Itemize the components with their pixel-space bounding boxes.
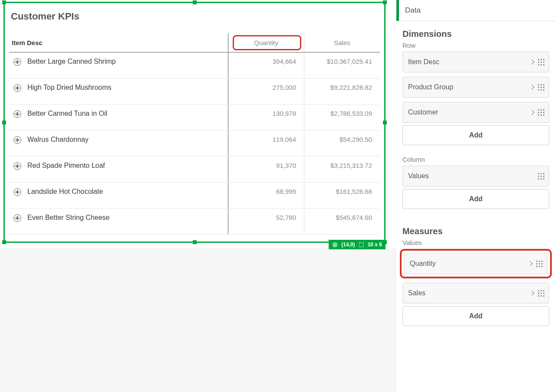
column-header-item[interactable]: Item Desc	[9, 39, 228, 46]
measure-pill-label: Sales	[408, 289, 425, 297]
quantity-cell: 91,370	[228, 157, 304, 182]
drag-handle-icon[interactable]	[538, 173, 544, 180]
tab-data[interactable]: Data	[396, 0, 428, 21]
expand-icon[interactable]	[13, 110, 21, 118]
chevron-right-icon	[529, 59, 534, 64]
table-row[interactable]: High Top Dried Mushrooms275,000$9,221,82…	[9, 78, 380, 105]
sales-cell: $2,788,533.09	[304, 105, 380, 130]
sales-cell: $3,215,313.72	[304, 157, 380, 182]
add-row-dimension-button[interactable]: Add	[402, 125, 549, 145]
resize-handle[interactable]	[2, 240, 6, 244]
table-row[interactable]: Better Canned Tuna in Oil130,978$2,788,5…	[9, 105, 380, 131]
expand-icon[interactable]	[13, 58, 21, 66]
sheet-canvas[interactable]: Customer KPIs Item Desc Quantity Sales B…	[0, 0, 396, 392]
dimension-pill[interactable]: Customer	[402, 102, 549, 123]
item-desc-cell: Better Canned Tuna in Oil	[27, 110, 107, 118]
measure-pill-quantity[interactable]: Quantity	[404, 253, 547, 274]
viz-title: Customer KPIs	[5, 3, 384, 26]
quantity-cell: 130,978	[228, 105, 304, 130]
canvas-grid	[0, 248, 396, 392]
selection-badge: (14,0) 10 x 6	[329, 240, 386, 249]
measures-heading: Measures	[396, 209, 555, 237]
svg-point-2	[335, 244, 335, 245]
sales-cell: $545,674.60	[304, 209, 380, 234]
item-desc-cell: High Top Dried Mushrooms	[27, 84, 112, 91]
expand-icon[interactable]	[13, 188, 21, 196]
add-column-dimension-button[interactable]: Add	[402, 189, 549, 209]
column-header-sales[interactable]: Sales	[304, 33, 380, 52]
expand-icon[interactable]	[13, 214, 21, 222]
table-row[interactable]: Even Better String Cheese52,780$545,674.…	[9, 209, 380, 235]
chevron-right-icon	[529, 85, 534, 89]
expand-icon[interactable]	[13, 136, 21, 144]
target-icon	[332, 242, 338, 248]
item-desc-cell: Red Spade Pimento Loaf	[27, 162, 105, 170]
pivot-table-object[interactable]: Customer KPIs Item Desc Quantity Sales B…	[3, 2, 386, 243]
selection-pos: (14,0)	[341, 242, 355, 248]
resize-handle[interactable]	[193, 0, 197, 4]
property-panel: Data Dimensions Row Item DescProduct Gro…	[396, 0, 557, 392]
dimension-pill[interactable]: Item Desc	[402, 52, 549, 72]
resize-handle[interactable]	[383, 121, 387, 124]
row-subheading: Row	[396, 40, 555, 52]
quantity-cell: 119,064	[228, 131, 304, 156]
sales-cell: $10,367,029.41	[304, 52, 380, 78]
pivot-header-row: Item Desc Quantity Sales	[9, 33, 380, 52]
sales-cell: $9,221,828.82	[304, 78, 380, 104]
chevron-right-icon	[529, 110, 534, 114]
dimension-pill[interactable]: Product Group	[402, 77, 549, 98]
item-desc-cell: Even Better String Cheese	[27, 214, 109, 222]
item-desc-cell: Better Large Canned Shrimp	[27, 58, 116, 65]
size-icon	[359, 242, 364, 248]
dimension-pill-label: Values	[408, 172, 429, 180]
chevron-right-icon	[527, 261, 532, 266]
column-header-quantity[interactable]: Quantity	[228, 33, 304, 52]
table-row[interactable]: Walrus Chardonnay119,064$54,290.50	[9, 131, 380, 157]
dimension-pill-label: Item Desc	[408, 58, 439, 66]
expand-icon[interactable]	[13, 84, 21, 92]
drag-handle-icon[interactable]	[538, 84, 544, 91]
resize-handle[interactable]	[2, 121, 6, 124]
quantity-cell: 394,664	[228, 52, 304, 78]
column-header-quantity-label: Quantity	[254, 39, 278, 46]
table-row[interactable]: Red Spade Pimento Loaf91,370$3,215,313.7…	[9, 157, 380, 183]
dimension-pill-label: Customer	[408, 108, 438, 116]
measure-pill-sales[interactable]: Sales	[402, 283, 549, 304]
expand-icon[interactable]	[13, 162, 21, 170]
dimension-pill[interactable]: Values	[402, 166, 549, 186]
item-desc-cell: Landslide Hot Chocolate	[27, 188, 103, 196]
quantity-cell: 52,780	[228, 209, 304, 234]
resize-handle[interactable]	[2, 0, 6, 4]
measure-pill-label: Quantity	[410, 260, 436, 268]
drag-handle-icon[interactable]	[538, 109, 544, 116]
table-row[interactable]: Better Large Canned Shrimp394,664$10,367…	[9, 52, 380, 78]
values-subheading: Values	[396, 237, 555, 249]
chevron-right-icon	[529, 291, 534, 295]
item-desc-cell: Walrus Chardonnay	[27, 136, 89, 144]
selection-size: 10 x 6	[368, 242, 382, 248]
dimension-pill-label: Product Group	[408, 83, 453, 91]
dimensions-heading: Dimensions	[396, 21, 555, 40]
table-row[interactable]: Landslide Hot Chocolate68,999$161,528.68	[9, 183, 380, 209]
highlight-box: Quantity	[400, 249, 552, 278]
add-measure-button[interactable]: Add	[402, 306, 549, 326]
sales-cell: $54,290.50	[304, 131, 380, 156]
sales-cell: $161,528.68	[304, 183, 380, 208]
resize-handle[interactable]	[383, 0, 387, 4]
column-subheading: Column	[396, 145, 555, 166]
quantity-cell: 68,999	[228, 183, 304, 208]
quantity-cell: 275,000	[228, 78, 304, 104]
drag-handle-icon[interactable]	[536, 261, 543, 267]
svg-rect-3	[359, 242, 363, 247]
drag-handle-icon[interactable]	[538, 290, 544, 297]
resize-handle[interactable]	[193, 240, 197, 244]
drag-handle-icon[interactable]	[538, 59, 544, 65]
